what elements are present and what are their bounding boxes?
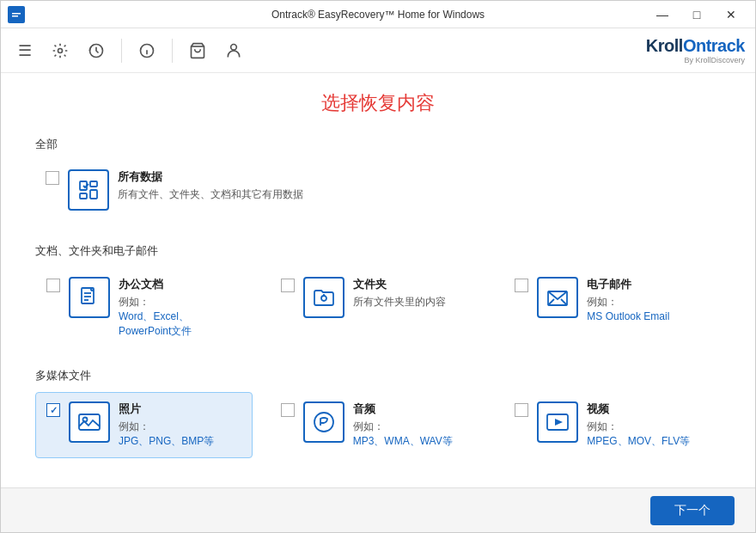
email-card[interactable]: 电子邮件 例如： MS Outlook Email: [503, 267, 721, 347]
svg-marker-29: [555, 419, 563, 426]
history-icon[interactable]: [82, 36, 111, 65]
video-checkbox[interactable]: [515, 403, 528, 417]
office-desc-highlight: Word、Excel、PowerPoint文件: [119, 309, 241, 339]
audio-checkbox[interactable]: [281, 403, 295, 417]
video-card[interactable]: 视频 例如： MPEG、MOV、FLV等: [503, 392, 721, 458]
svg-rect-11: [90, 181, 97, 187]
email-text: 电子邮件 例如： MS Outlook Email: [587, 277, 710, 324]
folder-text: 文件夹 所有文件夹里的内容: [353, 277, 476, 309]
minimize-button[interactable]: —: [645, 1, 680, 28]
office-title: 办公文档: [119, 277, 241, 292]
audio-title: 音频: [353, 401, 476, 417]
svg-rect-13: [80, 193, 87, 199]
photo-icon-box: [69, 401, 110, 443]
logo-kroll: Kroll: [646, 36, 683, 55]
office-card[interactable]: 办公文档 例如： Word、Excel、PowerPoint文件: [35, 267, 253, 347]
kroll-logo: KrollOntrack: [646, 36, 745, 56]
svg-rect-0: [10, 9, 22, 21]
docs-options-row: 办公文档 例如： Word、Excel、PowerPoint文件 文件夹: [35, 267, 721, 347]
logo-ontrack: Ontrack: [683, 36, 745, 55]
photo-checkbox[interactable]: [46, 403, 60, 417]
account-icon[interactable]: [219, 36, 248, 65]
svg-rect-12: [90, 190, 97, 199]
toolbar-separator-1: [121, 39, 122, 63]
audio-card[interactable]: 音频 例如： MP3、WMA、WAV等: [270, 392, 487, 458]
section-media-label: 多媒体文件: [35, 368, 721, 383]
email-desc-highlight: MS Outlook Email: [587, 309, 710, 324]
section-docs-label: 文档、文件夹和电子邮件: [35, 243, 721, 259]
svg-line-23: [548, 299, 554, 305]
settings-icon[interactable]: [46, 36, 75, 65]
all-data-checkbox[interactable]: [46, 171, 59, 185]
info-icon[interactable]: [132, 36, 162, 65]
folder-title: 文件夹: [353, 277, 476, 292]
office-desc-label: 例如：: [119, 295, 241, 309]
svg-point-20: [321, 296, 326, 301]
maximize-button[interactable]: □: [680, 1, 714, 28]
all-data-card[interactable]: 所有数据 所有文件、文件夹、文档和其它有用数据: [35, 161, 721, 219]
office-text: 办公文档 例如： Word、Excel、PowerPoint文件: [119, 277, 241, 338]
svg-line-24: [561, 299, 567, 305]
title-bar-left: [8, 6, 25, 23]
email-checkbox[interactable]: [515, 279, 528, 292]
page-title: 选择恢复内容: [35, 90, 721, 116]
folder-icon-box: [303, 277, 344, 318]
video-text: 视频 例如： MPEG、MOV、FLV等: [587, 401, 710, 449]
all-data-icon-box: [68, 169, 109, 211]
email-icon-box: [537, 277, 578, 318]
office-checkbox[interactable]: [46, 279, 60, 292]
cart-icon[interactable]: [183, 36, 212, 65]
video-icon-box: [537, 401, 578, 443]
title-bar: Ontrack® EasyRecovery™ Home for Windows …: [1, 1, 755, 28]
audio-icon-box: [303, 401, 344, 443]
svg-point-27: [314, 413, 333, 432]
audio-text: 音频 例如： MP3、WMA、WAV等: [353, 401, 476, 449]
menu-icon[interactable]: ☰: [11, 38, 39, 64]
email-desc-label: 例如：: [587, 295, 710, 309]
title-bar-controls: — □ ✕: [645, 1, 748, 28]
photo-card[interactable]: 照片 例如： JPG、PNG、BMP等: [35, 392, 253, 458]
logo-sub: By KrollDiscovery: [646, 56, 745, 64]
section-all-label: 全部: [35, 137, 721, 152]
media-options-row: 照片 例如： JPG、PNG、BMP等 音频 例如： MP3、WMA、W: [35, 392, 721, 458]
all-data-text: 所有数据 所有文件、文件夹、文档和其它有用数据: [118, 169, 710, 202]
video-title: 视频: [587, 401, 710, 417]
audio-desc-highlight: MP3、WMA、WAV等: [353, 434, 476, 449]
video-desc-highlight: MPEG、MOV、FLV等: [587, 434, 710, 449]
footer: 下一个: [1, 487, 755, 532]
app-icon: [8, 6, 25, 23]
photo-desc-highlight: JPG、PNG、BMP等: [119, 434, 241, 449]
all-data-title: 所有数据: [118, 169, 710, 185]
title-bar-title: Ontrack® EasyRecovery™ Home for Windows: [271, 9, 485, 21]
close-button[interactable]: ✕: [714, 1, 748, 28]
folder-card[interactable]: 文件夹 所有文件夹里的内容: [270, 267, 487, 347]
folder-desc: 所有文件夹里的内容: [353, 295, 476, 309]
toolbar: ☰: [1, 28, 755, 73]
svg-point-3: [58, 48, 63, 52]
svg-point-9: [231, 44, 237, 50]
main-content: 选择恢复内容 全部 所有数据 所有文件、文件夹、文档和其它有用数据 文: [1, 73, 755, 487]
next-button[interactable]: 下一个: [650, 496, 735, 525]
photo-desc-label: 例如：: [119, 420, 241, 434]
video-desc-label: 例如：: [587, 420, 710, 434]
photo-text: 照片 例如： JPG、PNG、BMP等: [119, 401, 241, 449]
audio-desc-label: 例如：: [353, 420, 476, 434]
office-icon-box: [69, 277, 110, 318]
main-window: Ontrack® EasyRecovery™ Home for Windows …: [0, 0, 756, 533]
photo-title: 照片: [119, 401, 241, 417]
folder-checkbox[interactable]: [281, 279, 295, 292]
svg-rect-25: [79, 414, 100, 430]
toolbar-separator-2: [172, 39, 173, 63]
email-title: 电子邮件: [587, 277, 710, 292]
svg-rect-2: [12, 15, 18, 17]
svg-rect-1: [12, 13, 21, 15]
all-data-desc: 所有文件、文件夹、文档和其它有用数据: [118, 187, 710, 202]
